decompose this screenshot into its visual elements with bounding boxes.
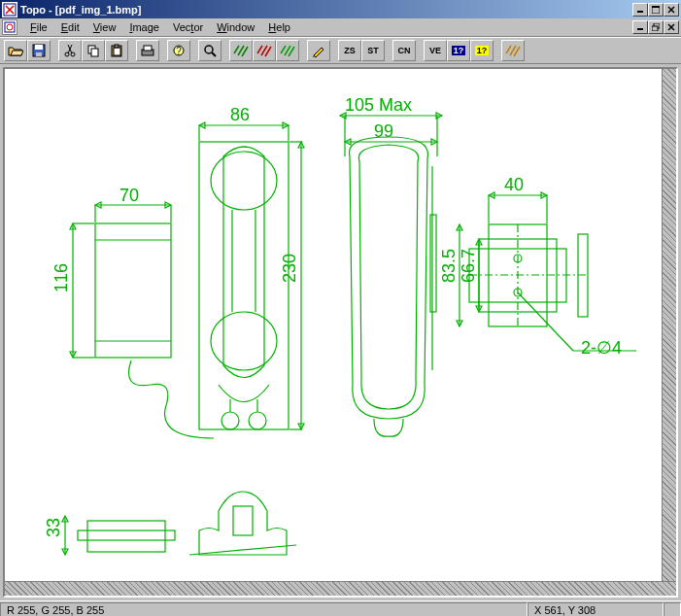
dim-40: 40 bbox=[504, 175, 524, 195]
svg-line-74 bbox=[189, 545, 296, 555]
mdi-controls bbox=[632, 20, 679, 34]
cn-button[interactable]: CN bbox=[392, 40, 416, 61]
svg-rect-70 bbox=[87, 521, 165, 552]
svg-rect-50 bbox=[430, 215, 436, 312]
st-button[interactable]: ST bbox=[361, 40, 385, 61]
scroll-placeholder-bottom bbox=[5, 581, 676, 596]
svg-rect-34 bbox=[199, 142, 289, 429]
dim-86: 86 bbox=[230, 105, 250, 125]
zs-button[interactable]: ZS bbox=[338, 40, 361, 61]
status-rgb: R 255, G 255, B 255 bbox=[0, 602, 528, 617]
menu-edit[interactable]: Edit bbox=[54, 19, 86, 35]
save-button[interactable] bbox=[27, 40, 51, 61]
zoom-button[interactable] bbox=[198, 40, 221, 61]
ve-button[interactable]: VE bbox=[424, 40, 447, 61]
svg-point-40 bbox=[249, 412, 266, 429]
svg-rect-10 bbox=[35, 45, 43, 50]
svg-rect-18 bbox=[115, 45, 119, 48]
titlebar: Topo - [pdf_img_1.bmp] bbox=[0, 0, 681, 18]
menu-image[interactable]: Image bbox=[122, 19, 166, 35]
svg-point-39 bbox=[221, 412, 239, 429]
svg-line-68 bbox=[518, 292, 573, 351]
svg-rect-25 bbox=[95, 223, 171, 358]
window-title: Topo - [pdf_img_1.bmp] bbox=[20, 4, 632, 16]
dim-105: 105 Max bbox=[345, 95, 412, 116]
svg-rect-15 bbox=[91, 49, 98, 56]
svg-point-23 bbox=[205, 46, 213, 53]
help-button[interactable]: ? bbox=[167, 40, 190, 61]
hatch3-button[interactable] bbox=[276, 40, 299, 61]
svg-rect-17 bbox=[114, 48, 120, 55]
print-button[interactable] bbox=[136, 40, 159, 61]
svg-point-36 bbox=[211, 312, 277, 370]
cut-button[interactable] bbox=[58, 40, 82, 61]
dim-99: 99 bbox=[374, 121, 393, 142]
maximize-button[interactable] bbox=[648, 3, 664, 17]
svg-text:?: ? bbox=[176, 46, 182, 56]
drawing-canvas[interactable]: 70 116 86 230 105 Max 99 40 83.5 66.7 2-… bbox=[5, 69, 662, 581]
dim-2phi4: 2-∅4 bbox=[581, 337, 622, 359]
statusbar: R 255, G 255, B 255 X 561, Y 308 bbox=[0, 600, 681, 616]
svg-rect-71 bbox=[78, 530, 175, 540]
paste-button[interactable] bbox=[105, 40, 128, 61]
menu-vector[interactable]: Vector bbox=[166, 19, 210, 35]
open-button[interactable] bbox=[4, 40, 27, 61]
toolbar: ? ZS ST CN VE 1? 1? bbox=[0, 37, 681, 64]
pencil-button[interactable] bbox=[307, 40, 330, 61]
status-coords: X 561, Y 308 bbox=[528, 602, 664, 617]
svg-line-24 bbox=[212, 52, 216, 56]
mdi-minimize-button[interactable] bbox=[632, 20, 648, 34]
mdi-restore-button[interactable] bbox=[648, 20, 664, 34]
minimize-button[interactable] bbox=[632, 3, 648, 17]
app-icon bbox=[2, 2, 17, 17]
svg-rect-73 bbox=[233, 506, 253, 535]
menu-window[interactable]: Window bbox=[210, 19, 261, 35]
svg-point-12 bbox=[65, 52, 69, 56]
mdi-close-button[interactable] bbox=[664, 20, 679, 34]
canvas-area: 70 116 86 230 105 Max 99 40 83.5 66.7 2-… bbox=[0, 64, 681, 600]
svg-rect-11 bbox=[36, 52, 42, 56]
dim-230: 230 bbox=[280, 254, 300, 283]
hatch2-button[interactable] bbox=[253, 40, 276, 61]
oneq-button[interactable]: 1? bbox=[470, 40, 494, 61]
close-button[interactable] bbox=[664, 3, 679, 17]
svg-rect-20 bbox=[144, 46, 152, 51]
menubar: FFileile Edit View Image Vector Window H… bbox=[0, 18, 681, 37]
scroll-placeholder-right bbox=[662, 69, 676, 581]
dim-33: 33 bbox=[44, 518, 64, 537]
dim-667: 66.7 bbox=[459, 249, 479, 283]
menu-help[interactable]: Help bbox=[261, 19, 297, 35]
status-grip bbox=[664, 602, 681, 617]
dim-70: 70 bbox=[119, 186, 139, 206]
dim-835: 83.5 bbox=[439, 249, 460, 283]
menu-file[interactable]: FFileile bbox=[23, 19, 54, 35]
document-icon[interactable] bbox=[2, 19, 17, 35]
copy-button[interactable] bbox=[82, 40, 105, 61]
svg-point-35 bbox=[211, 152, 277, 210]
one-button[interactable]: 1? bbox=[447, 40, 470, 61]
window-controls bbox=[632, 3, 679, 17]
hatch4-button[interactable] bbox=[501, 40, 525, 61]
svg-rect-8 bbox=[652, 26, 658, 31]
menu-view[interactable]: View bbox=[86, 19, 123, 35]
svg-point-13 bbox=[71, 52, 75, 56]
dim-116: 116 bbox=[51, 263, 72, 292]
hatch1-button[interactable] bbox=[229, 40, 253, 61]
canvas-frame: 70 116 86 230 105 Max 99 40 83.5 66.7 2-… bbox=[3, 67, 678, 598]
